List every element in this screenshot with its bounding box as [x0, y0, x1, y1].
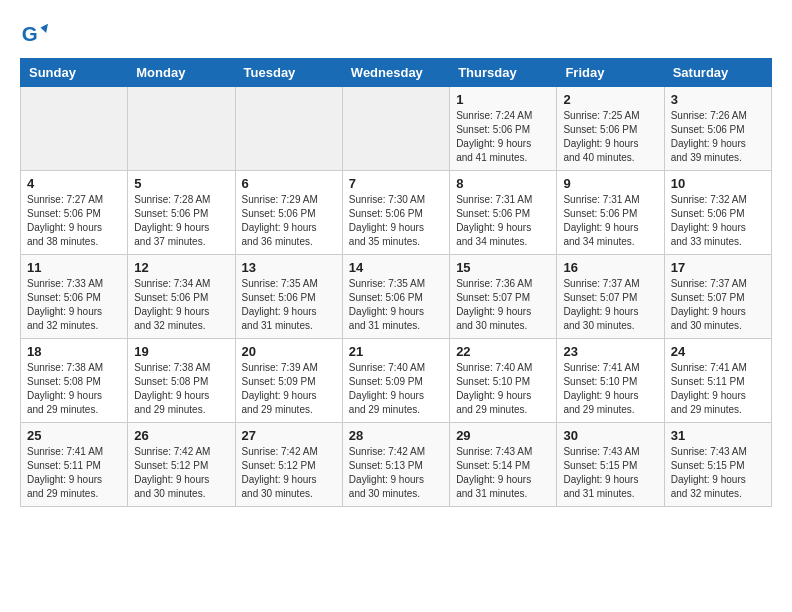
day-info: Sunrise: 7:41 AM Sunset: 5:11 PM Dayligh… [671, 361, 765, 417]
calendar-cell: 11 Sunrise: 7:33 AM Sunset: 5:06 PM Dayl… [21, 255, 128, 339]
day-number: 16 [563, 260, 657, 275]
logo-icon: G [20, 20, 48, 48]
calendar-week-4: 18 Sunrise: 7:38 AM Sunset: 5:08 PM Dayl… [21, 339, 772, 423]
calendar-cell: 8 Sunrise: 7:31 AM Sunset: 5:06 PM Dayli… [450, 171, 557, 255]
day-header-monday: Monday [128, 59, 235, 87]
day-info: Sunrise: 7:27 AM Sunset: 5:06 PM Dayligh… [27, 193, 121, 249]
day-header-tuesday: Tuesday [235, 59, 342, 87]
day-number: 1 [456, 92, 550, 107]
calendar-cell [235, 87, 342, 171]
day-number: 14 [349, 260, 443, 275]
calendar-cell: 3 Sunrise: 7:26 AM Sunset: 5:06 PM Dayli… [664, 87, 771, 171]
calendar-cell: 25 Sunrise: 7:41 AM Sunset: 5:11 PM Dayl… [21, 423, 128, 507]
calendar-cell: 27 Sunrise: 7:42 AM Sunset: 5:12 PM Dayl… [235, 423, 342, 507]
day-info: Sunrise: 7:37 AM Sunset: 5:07 PM Dayligh… [671, 277, 765, 333]
calendar-cell: 30 Sunrise: 7:43 AM Sunset: 5:15 PM Dayl… [557, 423, 664, 507]
day-header-thursday: Thursday [450, 59, 557, 87]
calendar-cell: 29 Sunrise: 7:43 AM Sunset: 5:14 PM Dayl… [450, 423, 557, 507]
day-info: Sunrise: 7:43 AM Sunset: 5:15 PM Dayligh… [671, 445, 765, 501]
day-info: Sunrise: 7:24 AM Sunset: 5:06 PM Dayligh… [456, 109, 550, 165]
calendar-cell: 1 Sunrise: 7:24 AM Sunset: 5:06 PM Dayli… [450, 87, 557, 171]
day-info: Sunrise: 7:29 AM Sunset: 5:06 PM Dayligh… [242, 193, 336, 249]
calendar-cell [342, 87, 449, 171]
day-number: 15 [456, 260, 550, 275]
svg-text:G: G [22, 22, 38, 45]
calendar-week-5: 25 Sunrise: 7:41 AM Sunset: 5:11 PM Dayl… [21, 423, 772, 507]
day-info: Sunrise: 7:40 AM Sunset: 5:09 PM Dayligh… [349, 361, 443, 417]
calendar-cell: 5 Sunrise: 7:28 AM Sunset: 5:06 PM Dayli… [128, 171, 235, 255]
day-number: 30 [563, 428, 657, 443]
day-number: 22 [456, 344, 550, 359]
day-header-sunday: Sunday [21, 59, 128, 87]
day-info: Sunrise: 7:28 AM Sunset: 5:06 PM Dayligh… [134, 193, 228, 249]
day-header-wednesday: Wednesday [342, 59, 449, 87]
day-number: 8 [456, 176, 550, 191]
day-info: Sunrise: 7:37 AM Sunset: 5:07 PM Dayligh… [563, 277, 657, 333]
day-number: 2 [563, 92, 657, 107]
day-header-friday: Friday [557, 59, 664, 87]
calendar-cell: 16 Sunrise: 7:37 AM Sunset: 5:07 PM Dayl… [557, 255, 664, 339]
day-number: 10 [671, 176, 765, 191]
calendar-cell: 10 Sunrise: 7:32 AM Sunset: 5:06 PM Dayl… [664, 171, 771, 255]
calendar-cell: 13 Sunrise: 7:35 AM Sunset: 5:06 PM Dayl… [235, 255, 342, 339]
calendar-cell: 7 Sunrise: 7:30 AM Sunset: 5:06 PM Dayli… [342, 171, 449, 255]
day-info: Sunrise: 7:41 AM Sunset: 5:10 PM Dayligh… [563, 361, 657, 417]
calendar-cell: 9 Sunrise: 7:31 AM Sunset: 5:06 PM Dayli… [557, 171, 664, 255]
day-info: Sunrise: 7:34 AM Sunset: 5:06 PM Dayligh… [134, 277, 228, 333]
calendar-header-row: SundayMondayTuesdayWednesdayThursdayFrid… [21, 59, 772, 87]
day-number: 23 [563, 344, 657, 359]
calendar-cell: 15 Sunrise: 7:36 AM Sunset: 5:07 PM Dayl… [450, 255, 557, 339]
day-number: 13 [242, 260, 336, 275]
calendar-cell [128, 87, 235, 171]
day-number: 26 [134, 428, 228, 443]
day-info: Sunrise: 7:33 AM Sunset: 5:06 PM Dayligh… [27, 277, 121, 333]
calendar-cell: 4 Sunrise: 7:27 AM Sunset: 5:06 PM Dayli… [21, 171, 128, 255]
logo: G [20, 20, 52, 48]
calendar-cell: 20 Sunrise: 7:39 AM Sunset: 5:09 PM Dayl… [235, 339, 342, 423]
day-number: 9 [563, 176, 657, 191]
calendar-cell: 21 Sunrise: 7:40 AM Sunset: 5:09 PM Dayl… [342, 339, 449, 423]
day-info: Sunrise: 7:38 AM Sunset: 5:08 PM Dayligh… [27, 361, 121, 417]
day-number: 18 [27, 344, 121, 359]
calendar-cell: 22 Sunrise: 7:40 AM Sunset: 5:10 PM Dayl… [450, 339, 557, 423]
day-info: Sunrise: 7:43 AM Sunset: 5:14 PM Dayligh… [456, 445, 550, 501]
calendar-cell: 23 Sunrise: 7:41 AM Sunset: 5:10 PM Dayl… [557, 339, 664, 423]
day-info: Sunrise: 7:31 AM Sunset: 5:06 PM Dayligh… [456, 193, 550, 249]
day-number: 25 [27, 428, 121, 443]
header: G [20, 20, 772, 48]
day-number: 29 [456, 428, 550, 443]
day-info: Sunrise: 7:26 AM Sunset: 5:06 PM Dayligh… [671, 109, 765, 165]
day-number: 12 [134, 260, 228, 275]
day-info: Sunrise: 7:35 AM Sunset: 5:06 PM Dayligh… [349, 277, 443, 333]
day-number: 4 [27, 176, 121, 191]
day-info: Sunrise: 7:42 AM Sunset: 5:12 PM Dayligh… [242, 445, 336, 501]
day-number: 3 [671, 92, 765, 107]
calendar-cell: 24 Sunrise: 7:41 AM Sunset: 5:11 PM Dayl… [664, 339, 771, 423]
day-info: Sunrise: 7:40 AM Sunset: 5:10 PM Dayligh… [456, 361, 550, 417]
day-info: Sunrise: 7:38 AM Sunset: 5:08 PM Dayligh… [134, 361, 228, 417]
calendar-week-3: 11 Sunrise: 7:33 AM Sunset: 5:06 PM Dayl… [21, 255, 772, 339]
day-info: Sunrise: 7:30 AM Sunset: 5:06 PM Dayligh… [349, 193, 443, 249]
day-info: Sunrise: 7:39 AM Sunset: 5:09 PM Dayligh… [242, 361, 336, 417]
day-number: 31 [671, 428, 765, 443]
calendar-table: SundayMondayTuesdayWednesdayThursdayFrid… [20, 58, 772, 507]
svg-marker-1 [41, 24, 48, 33]
day-info: Sunrise: 7:25 AM Sunset: 5:06 PM Dayligh… [563, 109, 657, 165]
day-number: 17 [671, 260, 765, 275]
calendar-cell [21, 87, 128, 171]
day-info: Sunrise: 7:43 AM Sunset: 5:15 PM Dayligh… [563, 445, 657, 501]
day-number: 27 [242, 428, 336, 443]
day-number: 5 [134, 176, 228, 191]
day-info: Sunrise: 7:32 AM Sunset: 5:06 PM Dayligh… [671, 193, 765, 249]
day-number: 7 [349, 176, 443, 191]
calendar-cell: 14 Sunrise: 7:35 AM Sunset: 5:06 PM Dayl… [342, 255, 449, 339]
day-number: 6 [242, 176, 336, 191]
day-number: 24 [671, 344, 765, 359]
day-info: Sunrise: 7:42 AM Sunset: 5:12 PM Dayligh… [134, 445, 228, 501]
day-info: Sunrise: 7:36 AM Sunset: 5:07 PM Dayligh… [456, 277, 550, 333]
calendar-week-1: 1 Sunrise: 7:24 AM Sunset: 5:06 PM Dayli… [21, 87, 772, 171]
day-info: Sunrise: 7:35 AM Sunset: 5:06 PM Dayligh… [242, 277, 336, 333]
calendar-cell: 26 Sunrise: 7:42 AM Sunset: 5:12 PM Dayl… [128, 423, 235, 507]
calendar-cell: 18 Sunrise: 7:38 AM Sunset: 5:08 PM Dayl… [21, 339, 128, 423]
calendar-cell: 12 Sunrise: 7:34 AM Sunset: 5:06 PM Dayl… [128, 255, 235, 339]
